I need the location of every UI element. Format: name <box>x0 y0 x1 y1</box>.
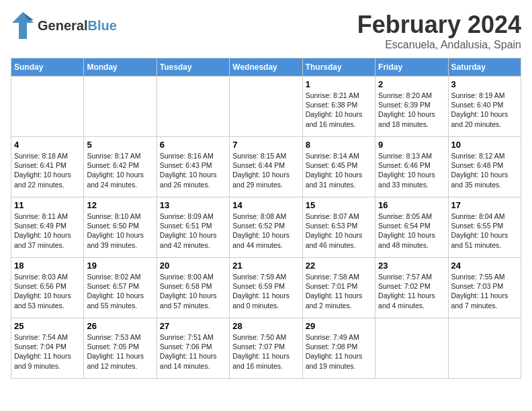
calendar-cell: 12Sunrise: 8:10 AMSunset: 6:50 PMDayligh… <box>84 197 157 258</box>
day-detail: Sunrise: 8:04 AMSunset: 6:55 PMDaylight:… <box>451 212 518 250</box>
day-number: 24 <box>451 261 518 271</box>
day-detail: Sunrise: 8:20 AMSunset: 6:39 PMDaylight:… <box>378 91 445 129</box>
month-title: February 2024 <box>357 11 521 39</box>
day-detail: Sunrise: 8:11 AMSunset: 6:49 PMDaylight:… <box>14 212 81 250</box>
calendar-cell: 25Sunrise: 7:54 AMSunset: 7:04 PMDayligh… <box>11 318 84 379</box>
day-detail: Sunrise: 8:17 AMSunset: 6:42 PMDaylight:… <box>87 151 153 189</box>
day-detail: Sunrise: 7:53 AMSunset: 7:05 PMDaylight:… <box>87 332 153 371</box>
day-detail: Sunrise: 8:18 AMSunset: 6:41 PMDaylight:… <box>14 151 81 189</box>
calendar-cell: 26Sunrise: 7:53 AMSunset: 7:05 PMDayligh… <box>84 318 157 379</box>
day-detail: Sunrise: 8:00 AMSunset: 6:58 PMDaylight:… <box>160 272 226 310</box>
day-number: 2 <box>378 79 445 89</box>
day-number: 22 <box>306 261 372 271</box>
day-detail: Sunrise: 8:12 AMSunset: 6:48 PMDaylight:… <box>451 151 518 189</box>
day-number: 20 <box>160 261 226 271</box>
calendar-cell: 28Sunrise: 7:50 AMSunset: 7:07 PMDayligh… <box>230 318 302 379</box>
day-number: 17 <box>451 200 518 210</box>
calendar-cell: 29Sunrise: 7:49 AMSunset: 7:08 PMDayligh… <box>302 318 375 379</box>
day-detail: Sunrise: 8:02 AMSunset: 6:57 PMDaylight:… <box>87 272 153 310</box>
week-row-5: 25Sunrise: 7:54 AMSunset: 7:04 PMDayligh… <box>11 318 521 379</box>
calendar-cell <box>11 77 84 137</box>
week-row-1: 1Sunrise: 8:21 AMSunset: 6:38 PMDaylight… <box>11 77 521 137</box>
logo-icon <box>11 11 35 40</box>
week-row-4: 18Sunrise: 8:03 AMSunset: 6:56 PMDayligh… <box>11 258 521 318</box>
day-detail: Sunrise: 7:55 AMSunset: 7:03 PMDaylight:… <box>451 272 518 310</box>
day-number: 9 <box>378 140 445 150</box>
week-row-2: 4Sunrise: 8:18 AMSunset: 6:41 PMDaylight… <box>11 137 521 197</box>
page-header: GeneralBlue February 2024 Escanuela, And… <box>11 11 521 51</box>
day-number: 26 <box>87 321 153 331</box>
day-header-wednesday: Wednesday <box>230 58 302 77</box>
day-header-tuesday: Tuesday <box>157 58 229 77</box>
day-header-friday: Friday <box>375 58 448 77</box>
calendar-cell: 27Sunrise: 7:51 AMSunset: 7:06 PMDayligh… <box>157 318 229 379</box>
day-detail: Sunrise: 8:05 AMSunset: 6:54 PMDaylight:… <box>378 212 445 250</box>
day-number: 15 <box>306 200 372 210</box>
calendar-cell: 14Sunrise: 8:08 AMSunset: 6:52 PMDayligh… <box>230 197 302 258</box>
calendar-cell <box>84 77 157 137</box>
calendar-header-row: SundayMondayTuesdayWednesdayThursdayFrid… <box>11 58 521 77</box>
day-number: 6 <box>160 140 226 150</box>
day-header-saturday: Saturday <box>448 58 521 77</box>
calendar-cell: 21Sunrise: 7:59 AMSunset: 6:59 PMDayligh… <box>230 258 302 318</box>
day-number: 27 <box>160 321 226 331</box>
day-detail: Sunrise: 7:54 AMSunset: 7:04 PMDaylight:… <box>14 332 81 371</box>
day-detail: Sunrise: 8:07 AMSunset: 6:53 PMDaylight:… <box>306 212 372 250</box>
svg-marker-0 <box>12 12 34 39</box>
logo: GeneralBlue <box>11 11 117 40</box>
day-header-monday: Monday <box>84 58 157 77</box>
title-block: February 2024 Escanuela, Andalusia, Spai… <box>357 11 521 51</box>
day-number: 1 <box>306 79 372 89</box>
day-header-thursday: Thursday <box>302 58 375 77</box>
day-detail: Sunrise: 8:14 AMSunset: 6:45 PMDaylight:… <box>306 151 372 189</box>
day-number: 28 <box>232 321 299 331</box>
day-number: 3 <box>451 79 518 89</box>
calendar-cell: 11Sunrise: 8:11 AMSunset: 6:49 PMDayligh… <box>11 197 84 258</box>
day-number: 12 <box>87 200 153 210</box>
day-detail: Sunrise: 8:16 AMSunset: 6:43 PMDaylight:… <box>160 151 226 189</box>
day-number: 18 <box>14 261 81 271</box>
calendar-cell: 5Sunrise: 8:17 AMSunset: 6:42 PMDaylight… <box>84 137 157 197</box>
day-number: 25 <box>14 321 81 331</box>
day-number: 13 <box>160 200 226 210</box>
day-detail: Sunrise: 7:50 AMSunset: 7:07 PMDaylight:… <box>232 332 299 371</box>
calendar-cell: 18Sunrise: 8:03 AMSunset: 6:56 PMDayligh… <box>11 258 84 318</box>
day-detail: Sunrise: 7:57 AMSunset: 7:02 PMDaylight:… <box>378 272 445 310</box>
calendar-cell: 3Sunrise: 8:19 AMSunset: 6:40 PMDaylight… <box>448 77 521 137</box>
day-number: 19 <box>87 261 153 271</box>
calendar-cell: 17Sunrise: 8:04 AMSunset: 6:55 PMDayligh… <box>448 197 521 258</box>
logo-text: GeneralBlue <box>38 19 117 33</box>
calendar-table: SundayMondayTuesdayWednesdayThursdayFrid… <box>11 58 521 379</box>
day-detail: Sunrise: 8:21 AMSunset: 6:38 PMDaylight:… <box>306 91 372 129</box>
calendar-cell: 19Sunrise: 8:02 AMSunset: 6:57 PMDayligh… <box>84 258 157 318</box>
calendar-cell: 8Sunrise: 8:14 AMSunset: 6:45 PMDaylight… <box>302 137 375 197</box>
day-number: 8 <box>306 140 372 150</box>
day-number: 29 <box>306 321 372 331</box>
day-number: 10 <box>451 140 518 150</box>
day-number: 21 <box>232 261 299 271</box>
calendar-cell: 1Sunrise: 8:21 AMSunset: 6:38 PMDaylight… <box>302 77 375 137</box>
calendar-cell <box>157 77 229 137</box>
calendar-cell <box>230 77 302 137</box>
day-header-sunday: Sunday <box>11 58 84 77</box>
day-detail: Sunrise: 7:49 AMSunset: 7:08 PMDaylight:… <box>306 332 372 371</box>
location-title: Escanuela, Andalusia, Spain <box>357 39 521 51</box>
day-detail: Sunrise: 7:58 AMSunset: 7:01 PMDaylight:… <box>306 272 372 310</box>
calendar-cell: 16Sunrise: 8:05 AMSunset: 6:54 PMDayligh… <box>375 197 448 258</box>
calendar-cell: 6Sunrise: 8:16 AMSunset: 6:43 PMDaylight… <box>157 137 229 197</box>
calendar-cell: 10Sunrise: 8:12 AMSunset: 6:48 PMDayligh… <box>448 137 521 197</box>
calendar-cell: 4Sunrise: 8:18 AMSunset: 6:41 PMDaylight… <box>11 137 84 197</box>
day-number: 7 <box>232 140 299 150</box>
calendar-cell <box>448 318 521 379</box>
calendar-cell: 22Sunrise: 7:58 AMSunset: 7:01 PMDayligh… <box>302 258 375 318</box>
day-number: 23 <box>378 261 445 271</box>
day-detail: Sunrise: 8:13 AMSunset: 6:46 PMDaylight:… <box>378 151 445 189</box>
day-number: 4 <box>14 140 81 150</box>
day-number: 14 <box>232 200 299 210</box>
day-detail: Sunrise: 8:10 AMSunset: 6:50 PMDaylight:… <box>87 212 153 250</box>
calendar-cell: 24Sunrise: 7:55 AMSunset: 7:03 PMDayligh… <box>448 258 521 318</box>
calendar-cell: 2Sunrise: 8:20 AMSunset: 6:39 PMDaylight… <box>375 77 448 137</box>
day-detail: Sunrise: 7:59 AMSunset: 6:59 PMDaylight:… <box>232 272 299 310</box>
day-detail: Sunrise: 7:51 AMSunset: 7:06 PMDaylight:… <box>160 332 226 371</box>
day-detail: Sunrise: 8:15 AMSunset: 6:44 PMDaylight:… <box>232 151 299 189</box>
